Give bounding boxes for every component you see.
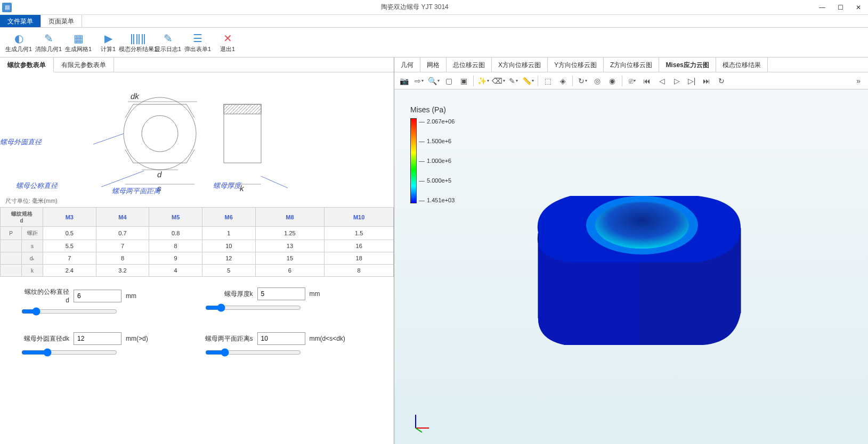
ribbon-gen-mesh[interactable]: ▦生成网格1 xyxy=(65,31,92,53)
unit-note: 尺寸单位: 毫米(mm) xyxy=(0,195,394,207)
param-k-input[interactable] xyxy=(257,287,305,300)
popup-form-label: 弹出表单1 xyxy=(184,45,211,53)
param-s-slider[interactable] xyxy=(205,348,301,357)
cell: 8 xyxy=(149,240,202,252)
close-button[interactable]: ✕ xyxy=(851,2,866,13)
params-panel: 螺纹的公称直径d mm 螺母厚度k mm 螺母外圆直径dk mm(>d xyxy=(0,277,394,369)
zoom-icon[interactable]: 🔍 xyxy=(427,75,440,87)
svg-point-1 xyxy=(142,116,178,152)
param-d-slider[interactable] xyxy=(21,307,117,316)
param-dk-label: 螺母外圆直径dk xyxy=(21,334,69,343)
export-icon[interactable]: ⇨ xyxy=(412,75,425,87)
show-log-icon: ✎ xyxy=(164,31,173,45)
first-icon[interactable]: ⏮ xyxy=(640,75,653,87)
gen-geom-icon: ◐ xyxy=(14,31,23,45)
camera-icon[interactable]: 📷 xyxy=(398,75,410,87)
last-icon[interactable]: ⏭ xyxy=(700,75,713,87)
next-icon[interactable]: ▷| xyxy=(685,75,698,87)
cell: 16 xyxy=(325,240,394,252)
right-tab-3[interactable]: X方向位移云图 xyxy=(492,57,548,72)
param-dk-unit: mm(>d) xyxy=(126,335,148,342)
svg-text:d: d xyxy=(157,170,162,179)
orbit1-icon[interactable]: ◎ xyxy=(591,75,604,87)
file-menu-tab[interactable]: 文件菜单 xyxy=(0,15,41,27)
ruler-icon[interactable]: 📏 xyxy=(522,75,534,87)
ribbon-popup-form[interactable]: ☰弹出表单1 xyxy=(184,31,211,53)
play-icon[interactable]: ▷ xyxy=(670,75,683,87)
right-tab-1[interactable]: 网格 xyxy=(420,57,447,72)
overflow-icon[interactable]: » xyxy=(852,75,865,87)
wand-icon[interactable]: ✨ xyxy=(477,75,490,87)
ribbon-exit[interactable]: ✕退出1 xyxy=(214,31,241,53)
diagram-area: dk d s k 螺母外圆直径 螺母公称 xyxy=(0,72,394,195)
viewport-3d[interactable]: Mises (Pa) 2.067e+061.500e+61.000e+65.00… xyxy=(394,89,868,444)
clear-icon[interactable]: ⌫ xyxy=(492,75,505,87)
prev-icon[interactable]: ◁ xyxy=(655,75,668,87)
orbit2-icon[interactable]: ◉ xyxy=(606,75,619,87)
select-icon[interactable]: ⬚ xyxy=(541,75,554,87)
right-tab-2[interactable]: 总位移云图 xyxy=(447,57,492,72)
model-render xyxy=(501,153,767,366)
right-tab-7[interactable]: 模态位移结果 xyxy=(716,57,768,72)
cell: 0.5 xyxy=(43,227,96,240)
right-tab-4[interactable]: Y方向位移云图 xyxy=(548,57,604,72)
param-d-input[interactable] xyxy=(74,290,121,302)
legend-tick: 1.500e+6 xyxy=(419,138,455,144)
record-icon[interactable]: ⎚ xyxy=(626,75,638,87)
cell: 7 xyxy=(96,240,149,252)
box2-icon[interactable]: ▣ xyxy=(457,75,470,87)
legend-tick: 5.000e+5 xyxy=(419,177,455,184)
ribbon-show-log[interactable]: ✎显示日志1 xyxy=(155,31,181,53)
param-k-label: 螺母厚度k xyxy=(205,290,253,299)
right-tab-0[interactable]: 几何 xyxy=(394,57,420,72)
maximize-button[interactable]: ☐ xyxy=(833,2,848,13)
target-icon[interactable]: ◈ xyxy=(556,75,569,87)
menubar: 文件菜单 页面菜单 xyxy=(0,15,868,28)
label-nominal-dia: 螺母公称直径 xyxy=(16,181,58,191)
minimize-button[interactable]: — xyxy=(815,2,830,13)
ribbon: ◐生成几何1✎清除几何1▦生成网格1▶计算1ǁǁǁ模态分析结果1✎显示日志1☰弹… xyxy=(0,28,868,57)
left-tab-0[interactable]: 螺纹参数表单 xyxy=(0,57,54,72)
label-outer-dia: 螺母外圆直径 xyxy=(0,137,42,147)
legend-title: Mises (Pa) xyxy=(410,105,455,114)
ribbon-gen-geom[interactable]: ◐生成几何1 xyxy=(5,31,32,53)
ribbon-compute[interactable]: ▶计算1 xyxy=(95,31,121,53)
compute-label: 计算1 xyxy=(101,45,116,53)
label-flat-dist: 螺母两平面距离 xyxy=(112,186,160,196)
legend-colorbar xyxy=(410,118,417,203)
titlebar: ▤ 陶瓷双边螺母 YJT 3014 — ☐ ✕ xyxy=(0,0,868,15)
ribbon-clear-geom[interactable]: ✎清除几何1 xyxy=(35,31,62,53)
row-side xyxy=(1,252,22,265)
legend-tick: 1.451e+03 xyxy=(419,197,455,203)
cell: 1.5 xyxy=(325,227,394,240)
param-s-input[interactable] xyxy=(257,332,305,345)
param-d-unit: mm xyxy=(126,292,136,300)
rotate-icon[interactable]: ↻ xyxy=(576,75,589,87)
param-dk-input[interactable] xyxy=(74,332,121,345)
modal-icon: ǁǁǁ xyxy=(130,31,146,45)
left-pane: 螺纹参数表单有限元参数表单 dk d xyxy=(0,57,394,444)
right-tab-6[interactable]: Mises应力云图 xyxy=(659,57,716,72)
right-tab-5[interactable]: Z方向位移云图 xyxy=(604,57,659,72)
table-row: k2.43.24568 xyxy=(1,265,394,277)
label-thickness: 螺母厚度 xyxy=(213,181,241,191)
page-menu-tab[interactable]: 页面菜单 xyxy=(41,15,82,27)
spec-table: 螺纹规格 d M3 M4 M5 M6 M8 M10 P螺距0.50.70.811… xyxy=(0,207,394,277)
cell: 3.2 xyxy=(96,265,149,277)
cell: 8 xyxy=(325,265,394,277)
left-tab-1[interactable]: 有限元参数表单 xyxy=(54,57,114,72)
compute-icon: ▶ xyxy=(104,31,112,45)
loop-icon[interactable]: ↻ xyxy=(715,75,728,87)
ribbon-modal[interactable]: ǁǁǁ模态分析结果1 xyxy=(125,31,151,53)
spec-col: M6 xyxy=(202,208,255,227)
param-dk-slider[interactable] xyxy=(21,348,117,357)
svg-line-34 xyxy=(416,428,422,432)
param-k-slider[interactable] xyxy=(205,303,301,312)
box1-icon[interactable]: ▢ xyxy=(442,75,455,87)
table-row: s5.578101316 xyxy=(1,240,394,252)
table-row: dₖ789121518 xyxy=(1,252,394,265)
svg-line-4 xyxy=(125,104,133,118)
row-side: P xyxy=(1,227,22,240)
table-row: P螺距0.50.70.811.251.5 xyxy=(1,227,394,240)
brush-icon[interactable]: ✎ xyxy=(507,75,520,87)
